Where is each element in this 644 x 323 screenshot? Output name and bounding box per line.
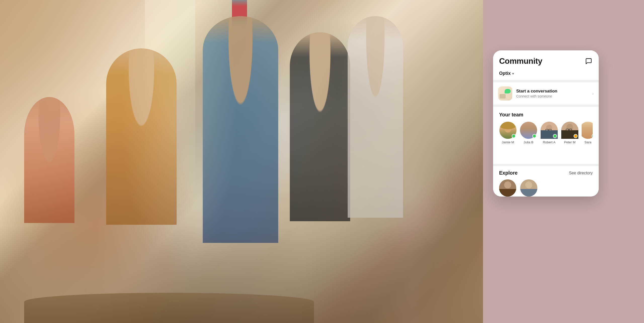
explore-section: Explore See directory: [493, 164, 599, 197]
svg-point-16: [525, 181, 532, 188]
background-photo: [0, 0, 483, 323]
explore-avatar-2[interactable]: [520, 179, 537, 197]
team-member-jamie[interactable]: Jamie M: [499, 122, 517, 144]
panel-header: Community: [493, 50, 599, 69]
explore-title: Explore: [499, 170, 517, 176]
start-conversation-card[interactable]: Start a conversation Connect with someon…: [493, 82, 599, 105]
member-name-julia: Julia B: [524, 140, 533, 144]
member-name-robert: Robert A: [543, 140, 556, 144]
chevron-down-icon: ▾: [512, 72, 514, 76]
explore-person-1-svg: [499, 179, 516, 197]
explore-avatar-1[interactable]: [499, 179, 516, 197]
explore-header: Explore See directory: [499, 170, 593, 176]
section-divider-1: [493, 80, 599, 82]
team-member-sara[interactable]: Sara: [582, 122, 593, 144]
explore-avatars: [499, 179, 593, 197]
avatar-container-jamie: [499, 122, 516, 139]
svg-rect-14: [499, 189, 516, 197]
avatar-sara: [582, 122, 593, 139]
chat-bubble-icon: [505, 89, 511, 93]
avatar-container-sara: [582, 122, 593, 139]
workspace-selector[interactable]: Optix ▾: [493, 69, 599, 80]
chevron-right-icon: ›: [592, 91, 594, 96]
svg-rect-17: [520, 189, 537, 197]
status-dot-peter: [574, 134, 578, 138]
avatar-container-peter: [561, 122, 578, 139]
avatar-container-julia: [520, 122, 537, 139]
start-conversation-title: Start a conversation: [516, 89, 588, 94]
status-dot-julia: [532, 134, 536, 138]
explore-person-2-svg: [520, 179, 537, 197]
section-divider-2: [493, 105, 599, 107]
start-conversation-subtitle: Connect with someone: [516, 94, 588, 98]
chat-icon-button[interactable]: [585, 57, 593, 65]
workspace-name: Optix: [499, 71, 511, 76]
avatar-container-robert: [541, 122, 558, 139]
page-title: Community: [499, 56, 542, 66]
team-avatars-list: Jamie M Julia B: [499, 122, 593, 144]
see-directory-link[interactable]: See directory: [569, 171, 593, 175]
svg-point-7: [567, 124, 573, 131]
scene-bg: [0, 0, 483, 323]
status-dot-robert: [553, 134, 557, 138]
svg-point-13: [504, 181, 511, 188]
team-member-peter[interactable]: Peter M: [561, 122, 579, 144]
member-name-jamie: Jamie M: [502, 140, 514, 144]
conversation-icon: [498, 86, 512, 101]
team-section: Your team Jamie M Julia B: [493, 107, 599, 164]
team-member-julia[interactable]: Julia B: [520, 122, 537, 144]
status-dot-jamie: [512, 134, 516, 138]
team-member-robert[interactable]: Robert A: [540, 122, 558, 144]
member-name-peter: Peter M: [564, 140, 576, 144]
team-section-title: Your team: [499, 112, 593, 118]
member-name-sara: Sara: [584, 140, 591, 144]
app-panel: Community Optix ▾ Start a conversation C…: [493, 50, 599, 197]
conversation-text: Start a conversation Connect with someon…: [516, 89, 588, 98]
